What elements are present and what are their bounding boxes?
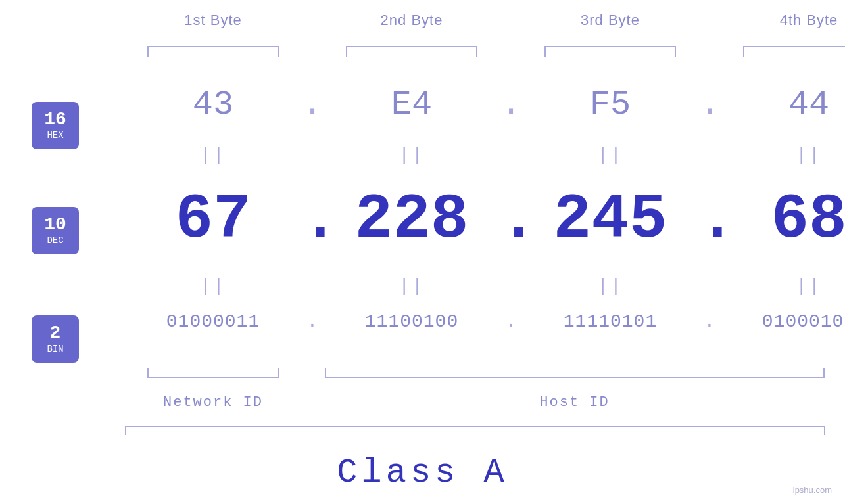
bracket-top-1 — [125, 46, 301, 57]
class-label-row: Class A — [0, 453, 845, 492]
header-byte3: 3rd Byte — [522, 12, 698, 29]
hex-badge-label: HEX — [47, 130, 63, 141]
hex-badge: 16 HEX — [32, 102, 79, 149]
dec-val-4: 68 — [721, 184, 845, 256]
host-bracket-shape — [324, 368, 825, 378]
dec-badge-label: DEC — [47, 235, 63, 246]
column-headers: 1st Byte 2nd Byte 3rd Byte 4th Byte — [125, 12, 825, 29]
hex-val-1: 43 — [125, 85, 301, 124]
sep2-1: || — [125, 276, 301, 296]
host-id-label: Host ID — [324, 394, 825, 411]
bin-val-2: 11100100 — [324, 311, 500, 332]
bin-badge: 2 BIN — [32, 315, 79, 363]
bracket-top-4 — [721, 46, 845, 57]
dec-val-1: 67 — [125, 184, 301, 256]
separator-row-1: || || || || — [125, 145, 825, 165]
network-bracket-shape — [125, 368, 301, 378]
sep1-4: || — [721, 145, 845, 165]
dot-hex-3: . — [698, 85, 721, 124]
dot-dec-1: . — [301, 184, 324, 256]
id-labels-row: Network ID Host ID — [125, 394, 825, 411]
dot-bin-3: . — [698, 311, 721, 332]
hex-val-3: F5 — [522, 85, 698, 124]
bracket-top-2 — [324, 46, 500, 57]
hex-badge-number: 16 — [44, 110, 66, 129]
dot-bin-2: . — [500, 311, 522, 332]
sep1-2: || — [324, 145, 500, 165]
class-bracket — [125, 426, 825, 435]
header-byte4: 4th Byte — [721, 12, 845, 29]
bottom-brackets — [125, 368, 825, 378]
top-brackets — [125, 46, 825, 57]
sep2-3: || — [522, 276, 698, 296]
bin-val-3: 11110101 — [522, 311, 698, 332]
dot-hex-2: . — [500, 85, 522, 124]
hex-val-4: 44 — [721, 85, 845, 124]
dot-dec-2: . — [500, 184, 522, 256]
bracket-top-3 — [522, 46, 698, 57]
dot-hex-1: . — [301, 85, 324, 124]
main-container: 16 HEX 10 DEC 2 BIN 1st Byte 2nd Byte 3r… — [0, 0, 845, 504]
class-label: Class A — [337, 453, 508, 492]
dec-badge: 10 DEC — [32, 207, 79, 254]
separator-row-2: || || || || — [125, 276, 825, 296]
sep1-3: || — [522, 145, 698, 165]
bin-val-1: 01000011 — [125, 311, 301, 332]
sep1-1: || — [125, 145, 301, 165]
bin-badge-label: BIN — [47, 344, 63, 354]
bin-badge-number: 2 — [50, 324, 61, 342]
dec-val-2: 228 — [324, 184, 500, 256]
watermark: ipshu.com — [793, 484, 832, 496]
sep2-4: || — [721, 276, 845, 296]
dec-val-3: 245 — [522, 184, 698, 256]
dec-values-row: 67 . 228 . 245 . 68 — [125, 184, 825, 256]
header-byte1: 1st Byte — [125, 12, 301, 29]
network-id-label: Network ID — [125, 394, 301, 411]
hex-val-2: E4 — [324, 85, 500, 124]
header-byte2: 2nd Byte — [324, 12, 500, 29]
bin-values-row: 01000011 . 11100100 . 11110101 . 0100010… — [125, 311, 825, 332]
bin-val-4: 01000100 — [721, 311, 845, 332]
dot-dec-3: . — [698, 184, 721, 256]
dec-badge-number: 10 — [44, 216, 66, 234]
sep2-2: || — [324, 276, 500, 296]
dot-bin-1: . — [301, 311, 324, 332]
hex-values-row: 43 . E4 . F5 . 44 — [125, 85, 825, 124]
